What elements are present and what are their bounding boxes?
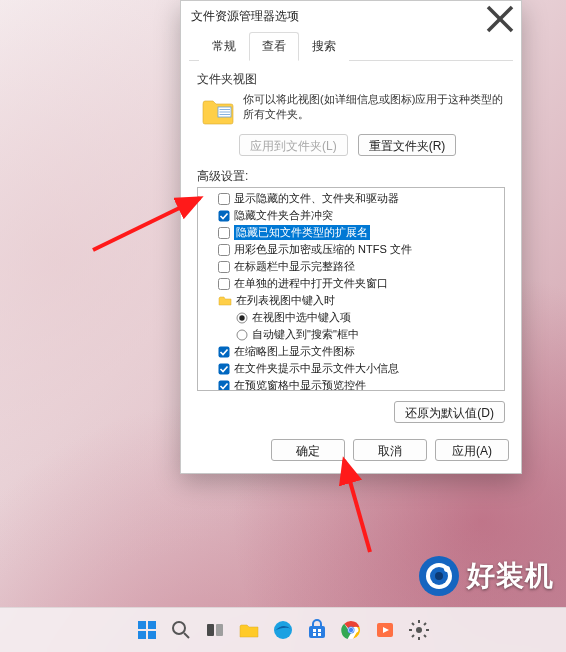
svg-point-23 — [435, 572, 443, 580]
svg-rect-11 — [219, 278, 230, 289]
svg-rect-8 — [219, 227, 230, 238]
folder-view-icon — [201, 96, 235, 126]
folder-options-dialog: 文件资源管理器选项 常规 查看 搜索 文件夹视图 你可以将此视图(如详细信息或图… — [180, 0, 522, 474]
tree-item-label: 在视图中选中键入项 — [252, 310, 351, 325]
folder-view-heading: 文件夹视图 — [197, 71, 505, 88]
svg-rect-25 — [138, 621, 146, 629]
taskbar-settings-icon[interactable] — [406, 617, 432, 643]
dialog-footer: 确定 取消 应用(A) — [181, 431, 521, 473]
radio-icon[interactable] — [236, 312, 248, 324]
svg-rect-10 — [219, 261, 230, 272]
tree-item-label: 在文件夹提示中显示文件大小信息 — [234, 361, 399, 376]
svg-point-24 — [444, 566, 450, 572]
tree-item-4[interactable]: 在标题栏中显示完整路径 — [198, 258, 504, 275]
advanced-settings-tree[interactable]: 显示隐藏的文件、文件夹和驱动器隐藏文件夹合并冲突隐藏已知文件类型的扩展名用彩色显… — [197, 187, 505, 391]
svg-rect-17 — [219, 380, 230, 391]
svg-line-53 — [412, 635, 414, 637]
svg-rect-26 — [148, 621, 156, 629]
svg-rect-34 — [309, 626, 325, 638]
reset-folders-button[interactable]: 重置文件夹(R) — [358, 134, 457, 156]
svg-point-29 — [173, 622, 185, 634]
tree-item-label: 自动键入到"搜索"框中 — [252, 327, 359, 342]
tree-item-6[interactable]: 在列表视图中键入时 — [198, 292, 504, 309]
tab-strip: 常规 查看 搜索 — [189, 31, 513, 61]
apply-button[interactable]: 应用(A) — [435, 439, 509, 461]
tree-item-label: 在列表视图中键入时 — [236, 293, 335, 308]
svg-point-42 — [349, 628, 353, 632]
tree-item-label: 显示隐藏的文件、文件夹和驱动器 — [234, 191, 399, 206]
close-button[interactable] — [485, 4, 515, 28]
taskbar — [0, 607, 566, 652]
watermark-text: 好装机 — [467, 557, 554, 595]
tree-item-7[interactable]: 在视图中选中键入项 — [198, 309, 504, 326]
checkbox-icon[interactable] — [218, 261, 230, 273]
restore-defaults-button[interactable]: 还原为默认值(D) — [394, 401, 505, 423]
taskbar-media-icon[interactable] — [372, 617, 398, 643]
taskbar-taskview-icon[interactable] — [202, 617, 228, 643]
checkbox-icon[interactable] — [218, 210, 230, 222]
dialog-title: 文件资源管理器选项 — [191, 8, 485, 25]
tab-search[interactable]: 搜索 — [299, 32, 349, 61]
tree-item-label: 在单独的进程中打开文件夹窗口 — [234, 276, 388, 291]
taskbar-chrome-icon[interactable] — [338, 617, 364, 643]
checkbox-icon[interactable] — [218, 193, 230, 205]
svg-point-33 — [274, 621, 292, 639]
tab-view[interactable]: 查看 — [249, 32, 299, 61]
svg-rect-6 — [219, 193, 230, 204]
svg-rect-31 — [207, 624, 214, 636]
checkbox-icon[interactable] — [218, 346, 230, 358]
watermark-logo-icon — [417, 554, 461, 598]
tree-item-1[interactable]: 隐藏文件夹合并冲突 — [198, 207, 504, 224]
dialog-content: 文件夹视图 你可以将此视图(如详细信息或图标)应用于这种类型的所有文件夹。 应用… — [181, 61, 521, 431]
svg-line-51 — [424, 635, 426, 637]
tree-item-label: 在预览窗格中显示预览控件 — [234, 378, 366, 391]
tree-item-11[interactable]: 在预览窗格中显示预览控件 — [198, 377, 504, 391]
titlebar: 文件资源管理器选项 — [181, 1, 521, 31]
svg-point-45 — [416, 627, 422, 633]
taskbar-store-icon[interactable] — [304, 617, 330, 643]
folder-icon — [218, 295, 232, 307]
svg-rect-38 — [318, 633, 321, 636]
svg-rect-28 — [148, 631, 156, 639]
tree-item-9[interactable]: 在缩略图上显示文件图标 — [198, 343, 504, 360]
tree-item-0[interactable]: 显示隐藏的文件、文件夹和驱动器 — [198, 190, 504, 207]
svg-point-14 — [237, 330, 247, 340]
tree-item-label: 隐藏文件夹合并冲突 — [234, 208, 333, 223]
tree-item-3[interactable]: 用彩色显示加密或压缩的 NTFS 文件 — [198, 241, 504, 258]
checkbox-icon[interactable] — [218, 363, 230, 375]
taskbar-search-icon[interactable] — [168, 617, 194, 643]
svg-rect-9 — [219, 244, 230, 255]
svg-rect-27 — [138, 631, 146, 639]
tree-item-10[interactable]: 在文件夹提示中显示文件大小信息 — [198, 360, 504, 377]
advanced-heading: 高级设置: — [197, 168, 505, 185]
svg-rect-32 — [216, 624, 223, 636]
svg-rect-36 — [318, 629, 321, 632]
svg-line-30 — [184, 633, 189, 638]
checkbox-icon[interactable] — [218, 227, 230, 239]
taskbar-start-icon[interactable] — [134, 617, 160, 643]
checkbox-icon[interactable] — [218, 244, 230, 256]
svg-line-50 — [412, 623, 414, 625]
apply-to-folders-button[interactable]: 应用到文件夹(L) — [239, 134, 348, 156]
svg-rect-16 — [219, 363, 230, 374]
svg-rect-7 — [219, 210, 230, 221]
svg-point-13 — [239, 315, 244, 320]
tree-item-label: 用彩色显示加密或压缩的 NTFS 文件 — [234, 242, 412, 257]
folder-view-description: 你可以将此视图(如详细信息或图标)应用于这种类型的所有文件夹。 — [243, 92, 505, 126]
checkbox-icon[interactable] — [218, 380, 230, 392]
radio-icon[interactable] — [236, 329, 248, 341]
tree-item-8[interactable]: 自动键入到"搜索"框中 — [198, 326, 504, 343]
tree-item-5[interactable]: 在单独的进程中打开文件夹窗口 — [198, 275, 504, 292]
tab-general[interactable]: 常规 — [199, 32, 249, 61]
taskbar-edge-icon[interactable] — [270, 617, 296, 643]
watermark: 好装机 — [417, 554, 554, 598]
cancel-button[interactable]: 取消 — [353, 439, 427, 461]
ok-button[interactable]: 确定 — [271, 439, 345, 461]
tree-item-label: 隐藏已知文件类型的扩展名 — [234, 225, 370, 240]
tree-item-label: 在标题栏中显示完整路径 — [234, 259, 355, 274]
checkbox-icon[interactable] — [218, 278, 230, 290]
svg-line-52 — [424, 623, 426, 625]
tree-item-2[interactable]: 隐藏已知文件类型的扩展名 — [198, 224, 504, 241]
svg-rect-35 — [313, 629, 316, 632]
taskbar-explorer-icon[interactable] — [236, 617, 262, 643]
